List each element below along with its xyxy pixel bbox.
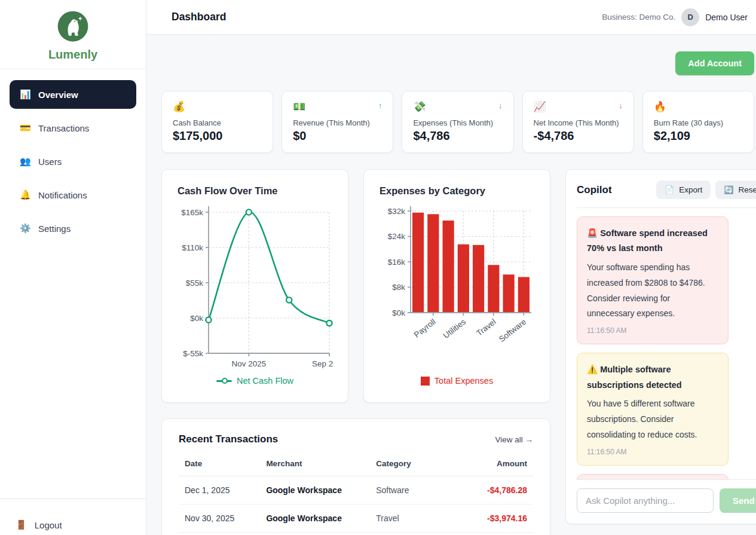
sidebar-item-transactions[interactable]: 💳 Transactions: [10, 114, 136, 142]
svg-text:$0k: $0k: [190, 314, 203, 323]
dashboard-content: Add Account 💰 Cash Balance $175,000 💵 ↑ …: [146, 35, 756, 535]
add-account-button[interactable]: Add Account: [675, 51, 754, 75]
kpi-card-expenses: 💸 ↓ Expenses (This Month) $4,786: [402, 91, 513, 153]
header-right: Business: Demo Co. D Demo User: [602, 8, 750, 26]
svg-text:Travel: Travel: [475, 317, 497, 338]
copilot-panel: Copilot 📄 Export 🔄 Reset 🚨 Software spe: [565, 169, 756, 524]
alert-card-critical: 🚨 Critical: Only 2 months of runway: [577, 474, 729, 479]
tx-category: Software: [370, 476, 469, 505]
tx-date: Dec 1, 2025: [179, 476, 260, 505]
kpi-card-cash-balance: 💰 Cash Balance $175,000: [161, 91, 273, 153]
door-icon: 🚪: [16, 519, 27, 530]
money-bag-icon: 💰: [173, 102, 185, 112]
svg-text:$16k: $16k: [388, 258, 406, 267]
view-all-link[interactable]: View all →: [495, 435, 533, 444]
copilot-title: Copilot: [577, 184, 612, 196]
svg-text:$0k: $0k: [392, 308, 405, 317]
tx-date: Nov 30, 2025: [179, 505, 260, 533]
sidebar-item-settings[interactable]: ⚙️ Settings: [10, 214, 136, 243]
svg-text:Utilities: Utilities: [442, 317, 468, 340]
sidebar-item-label: Transactions: [38, 123, 89, 133]
copilot-header: Copilot 📄 Export 🔄 Reset: [577, 181, 756, 208]
trend-down-icon: ↓: [619, 102, 623, 109]
kpi-label: Burn Rate (30 days): [654, 118, 743, 127]
copilot-input[interactable]: [577, 488, 714, 513]
tx-merchant: Google Workspace: [260, 505, 370, 533]
money-with-wings-icon: 💸: [413, 102, 426, 112]
expenses-legend[interactable]: Total Expenses: [379, 376, 534, 386]
cashflow-chart-card: Cash Flow Over Time $165k$110k$55k$0k$-5…: [161, 169, 348, 403]
expenses-chart: $32k$24k$16k$8k$0kPayrollUtilitiesTravel…: [379, 204, 535, 372]
tx-amount: -$4,786.28: [469, 476, 533, 505]
col-header-merchant: Merchant: [260, 451, 370, 476]
user-name: Demo User: [705, 13, 750, 22]
sidebar-item-overview[interactable]: 📊 Overview: [10, 80, 136, 109]
transactions-title: Recent Transactions: [179, 433, 278, 445]
col-header-date: Date: [179, 451, 260, 476]
sidebar-item-notifications[interactable]: 🔔 Notifications: [10, 181, 136, 209]
expenses-chart-card: Expenses by Category $32k$24k$16k$8k$0kP…: [363, 169, 550, 403]
cashflow-legend-label: Net Cash Flow: [237, 376, 293, 386]
expenses-chart-title: Expenses by Category: [379, 185, 534, 197]
logout-label: Logout: [35, 520, 62, 530]
recent-transactions-card: Recent Transactions View all → Date Merc…: [161, 418, 550, 535]
col-header-amount: Amount: [469, 451, 533, 476]
sidebar-item-label: Notifications: [38, 190, 87, 200]
bar-chart-icon: 📊: [20, 89, 30, 100]
toolbar-row: Add Account: [161, 51, 754, 75]
svg-text:$32k: $32k: [388, 207, 406, 216]
sidebar-item-logout[interactable]: 🚪 Logout: [0, 499, 146, 535]
users-icon: 👥: [20, 156, 30, 167]
svg-text:Sep 2025: Sep 2025: [312, 359, 333, 368]
main-area: Dashboard Business: Demo Co. D Demo User…: [146, 0, 756, 535]
export-button[interactable]: 📄 Export: [656, 181, 711, 199]
copilot-input-row: Send: [577, 479, 756, 513]
sidebar-item-label: Users: [38, 157, 62, 167]
kpi-label: Revenue (This Month): [293, 118, 382, 127]
svg-text:$165k: $165k: [181, 208, 203, 217]
kpi-value: -$4,786: [534, 129, 623, 143]
kpi-row: 💰 Cash Balance $175,000 💵 ↑ Revenue (Thi…: [161, 91, 754, 153]
reset-button[interactable]: 🔄 Reset: [715, 181, 756, 199]
sidebar-item-users[interactable]: 👥 Users: [10, 147, 136, 176]
page-title: Dashboard: [172, 11, 226, 23]
kpi-value: $0: [293, 129, 382, 143]
copilot-alerts-list: 🚨 Software spend increased 70% vs last m…: [577, 208, 756, 479]
bell-icon: 🔔: [20, 189, 30, 200]
expenses-legend-label: Total Expenses: [434, 376, 493, 386]
alert-title: ⚠️ Multiple software subscriptions detec…: [587, 362, 718, 393]
kpi-value: $4,786: [413, 129, 502, 143]
cashflow-legend[interactable]: Net Cash Flow: [177, 376, 332, 386]
send-button[interactable]: Send: [720, 488, 756, 513]
alert-body: You have 5 different software subscripti…: [587, 396, 718, 443]
trend-up-icon: ↑: [378, 102, 382, 109]
svg-text:Software: Software: [497, 317, 528, 344]
transactions-header: Recent Transactions View all →: [179, 433, 533, 445]
reset-button-label: Reset: [738, 185, 756, 194]
line-legend-marker-icon: [216, 380, 232, 382]
svg-text:Payroll: Payroll: [412, 317, 437, 340]
alert-body: Your software spending has increased fro…: [587, 260, 718, 322]
dashboard-grid: Cash Flow Over Time $165k$110k$55k$0k$-5…: [161, 169, 754, 535]
cashflow-chart-title: Cash Flow Over Time: [177, 185, 332, 197]
refresh-icon: 🔄: [724, 186, 733, 194]
cashflow-chart: $165k$110k$55k$0k$-55kNov 2025Sep 2025: [177, 204, 333, 372]
kpi-label: Cash Balance: [173, 118, 262, 127]
logo-block: Lumenly: [0, 0, 146, 69]
page-icon: 📄: [665, 186, 674, 194]
sidebar-item-label: Overview: [38, 90, 78, 100]
kpi-label: Net Income (This Month): [534, 118, 623, 127]
avatar[interactable]: D: [681, 8, 699, 26]
warning-icon: ⚠️: [587, 365, 598, 374]
tx-merchant: Google Workspace: [260, 476, 370, 505]
kpi-card-burn-rate: 🔥 Burn Rate (30 days) $2,109: [642, 91, 754, 153]
table-row: Dec 1, 2025 Google Workspace Software -$…: [179, 476, 533, 505]
lumenly-bear-logo-icon: [56, 10, 90, 43]
col-header-category: Category: [370, 451, 469, 476]
top-header: Dashboard Business: Demo Co. D Demo User: [146, 0, 756, 35]
gear-icon: ⚙️: [20, 223, 30, 234]
transactions-table: Date Merchant Category Amount Dec 1, 202…: [179, 451, 533, 533]
alert-card-warning: ⚠️ Multiple software subscriptions detec…: [577, 353, 729, 465]
tx-category: Travel: [370, 505, 469, 533]
app-root: Lumenly 📊 Overview 💳 Transactions 👥 User…: [0, 0, 756, 535]
